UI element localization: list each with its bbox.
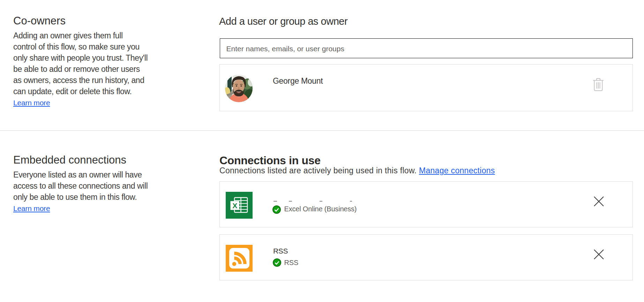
svg-text:X: X <box>232 202 237 210</box>
